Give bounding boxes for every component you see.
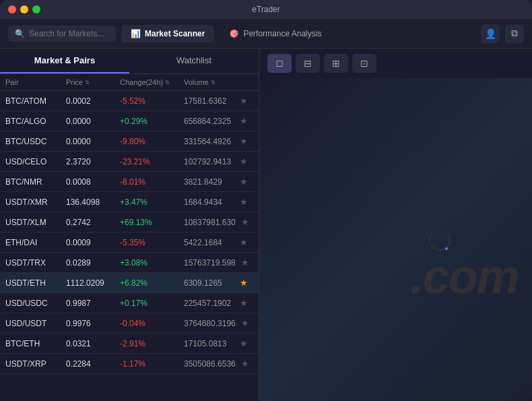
star-toggle[interactable]: ★ <box>236 217 255 227</box>
star-toggle[interactable]: ★ <box>234 96 253 106</box>
user-button[interactable]: 👤 <box>481 24 500 43</box>
layout-split-h-button[interactable]: ⊟ <box>296 54 320 73</box>
performance-icon: 🎯 <box>229 29 239 38</box>
star-toggle[interactable]: ★ <box>236 359 255 369</box>
volume-value: 17105.0813 <box>184 339 234 348</box>
volume-value: 331564.4926 <box>184 137 234 146</box>
volume-value: 225457.1902 <box>184 299 234 308</box>
tab-market-scanner[interactable]: 📊 Market Scanner <box>121 25 214 42</box>
search-box[interactable]: 🔍 <box>8 26 116 42</box>
tab-performance-analysis[interactable]: 🎯 Performance Analysis <box>220 25 331 42</box>
title-bar: eTrader <box>0 0 532 19</box>
star-toggle[interactable]: ★ <box>234 298 253 308</box>
layout-split-h-icon: ⊟ <box>304 58 312 69</box>
table-row[interactable]: BTC/ATOM 0.0002 -5.52% 17581.6362 ★ <box>0 91 259 111</box>
chart-toolbar: □ ⊟ ⊞ ⊡ <box>259 49 532 78</box>
pair-name: BTC/NMR <box>5 177 66 187</box>
layout-quad-icon: ⊞ <box>332 58 340 69</box>
table-row[interactable]: BTC/USDC 0.0000 -9.80% 331564.4926 ★ <box>0 131 259 152</box>
price-value: 0.2284 <box>66 359 120 369</box>
layout-quad-alt-icon: ⊡ <box>360 58 368 69</box>
pair-name: ETH/DAI <box>5 238 66 247</box>
star-toggle[interactable]: ★ <box>234 136 253 146</box>
table-row[interactable]: USDT/ETH 1112.0209 +6.82% 6309.1265 ★ <box>0 273 259 293</box>
pair-name: USDT/ETH <box>5 278 66 288</box>
volume-value: 6309.1265 <box>184 278 234 288</box>
table-row[interactable]: USDT/XMR 136.4098 +3.47% 1684.9434 ★ <box>0 192 259 212</box>
pair-name: USD/USDC <box>5 299 66 308</box>
volume-value: 17581.6362 <box>184 96 234 106</box>
header-volume[interactable]: Volume ⇅ <box>184 78 234 86</box>
table-row[interactable]: USD/USDT 0.9976 -0.04% 3764680.3196 ★ <box>0 313 259 334</box>
pair-name: USDT/XRP <box>5 359 66 369</box>
layout-quad-alt-button[interactable]: ⊡ <box>352 54 376 73</box>
search-input[interactable] <box>29 29 109 38</box>
header-pair: Pair <box>5 78 66 86</box>
star-toggle[interactable]: ★ <box>234 116 253 126</box>
table-header: Pair Price ⇅ Change(24h) ⇅ Volume ⇅ <box>0 74 259 91</box>
header-price[interactable]: Price ⇅ <box>66 78 120 86</box>
volume-value: 15763719.598 <box>184 258 236 268</box>
table-row[interactable]: USDT/XLM 0.2742 +69.13% 10837981.630 ★ <box>0 212 259 233</box>
volume-value: 3821.8429 <box>184 177 234 187</box>
price-value: 0.0000 <box>66 137 120 146</box>
change-value: -8.01% <box>120 177 184 187</box>
search-icon: 🔍 <box>15 29 25 38</box>
tab-performance-analysis-label: Performance Analysis <box>243 29 321 38</box>
table-row[interactable]: ETH/DAI 0.0009 -5.35% 5422.1684 ★ <box>0 233 259 253</box>
volume-value: 5422.1684 <box>184 238 234 247</box>
table-row[interactable]: BTC/ALGO 0.0000 +0.29% 656864.2325 ★ <box>0 111 259 131</box>
star-toggle[interactable]: ★ <box>234 177 253 187</box>
star-toggle[interactable]: ★ <box>234 156 253 166</box>
star-toggle[interactable]: ★ <box>234 197 253 207</box>
star-toggle[interactable]: ★ <box>234 278 253 288</box>
minimize-button[interactable] <box>20 5 28 13</box>
volume-value: 656864.2325 <box>184 117 234 126</box>
panel-tabs: Market & Pairs Watchlist <box>0 49 259 74</box>
price-sort-icon: ⇅ <box>85 80 90 86</box>
layout-button[interactable]: ⧉ <box>505 24 524 43</box>
change-value: -5.35% <box>120 238 184 247</box>
change-value: -2.91% <box>120 339 184 348</box>
table-row[interactable]: USDT/TRX 0.0289 +3.08% 15763719.598 ★ <box>0 253 259 273</box>
star-toggle[interactable]: ★ <box>234 237 253 247</box>
pair-name: BTC/ALGO <box>5 117 66 126</box>
table-row[interactable]: BTC/NMR 0.0008 -8.01% 3821.8429 ★ <box>0 172 259 192</box>
layout-single-icon: □ <box>277 58 282 69</box>
change-value: +3.47% <box>120 197 184 207</box>
table-row[interactable]: USD/USDC 0.9987 +0.17% 225457.1902 ★ <box>0 293 259 313</box>
tab-market-pairs[interactable]: Market & Pairs <box>0 49 129 73</box>
volume-value: 10837981.630 <box>184 218 236 227</box>
star-toggle[interactable]: ★ <box>236 318 255 328</box>
change-value: +0.29% <box>120 117 184 126</box>
loading-spinner-container <box>429 229 451 251</box>
change-value: +3.08% <box>120 258 184 268</box>
header-change[interactable]: Change(24h) ⇅ <box>120 78 184 86</box>
change-sort-icon: ⇅ <box>165 80 170 86</box>
chart-background: .com <box>259 78 532 401</box>
change-value: -1.17% <box>120 359 184 369</box>
price-value: 0.2742 <box>66 218 120 227</box>
volume-value: 102792.9413 <box>184 157 234 166</box>
table-row[interactable]: USDT/XRP 0.2284 -1.17% 3505086.6536 ★ <box>0 354 259 374</box>
tab-watchlist[interactable]: Watchlist <box>129 49 259 73</box>
star-toggle[interactable]: ★ <box>234 338 253 348</box>
volume-value: 1684.9434 <box>184 197 234 207</box>
volume-value: 3505086.6536 <box>184 359 236 369</box>
nav-right-icons: 👤 ⧉ <box>481 24 524 43</box>
layout-quad-button[interactable]: ⊞ <box>324 54 348 73</box>
table-row[interactable]: BTC/ETH 0.0321 -2.91% 17105.0813 ★ <box>0 334 259 354</box>
market-table-body: BTC/ATOM 0.0002 -5.52% 17581.6362 ★ BTC/… <box>0 91 259 401</box>
table-row[interactable]: USD/CELO 2.3720 -23.21% 102792.9413 ★ <box>0 152 259 172</box>
close-button[interactable] <box>8 5 16 13</box>
layout-single-button[interactable]: □ <box>267 54 292 73</box>
tab-market-scanner-label: Market Scanner <box>145 29 205 38</box>
price-value: 136.4098 <box>66 197 120 207</box>
change-value: -9.80% <box>120 137 184 146</box>
price-value: 0.9987 <box>66 299 120 308</box>
star-toggle[interactable]: ★ <box>236 257 255 268</box>
maximize-button[interactable] <box>32 5 40 13</box>
volume-value: 3764680.3196 <box>184 319 236 328</box>
change-value: -5.52% <box>120 96 184 106</box>
window-title: eTrader <box>252 5 280 14</box>
